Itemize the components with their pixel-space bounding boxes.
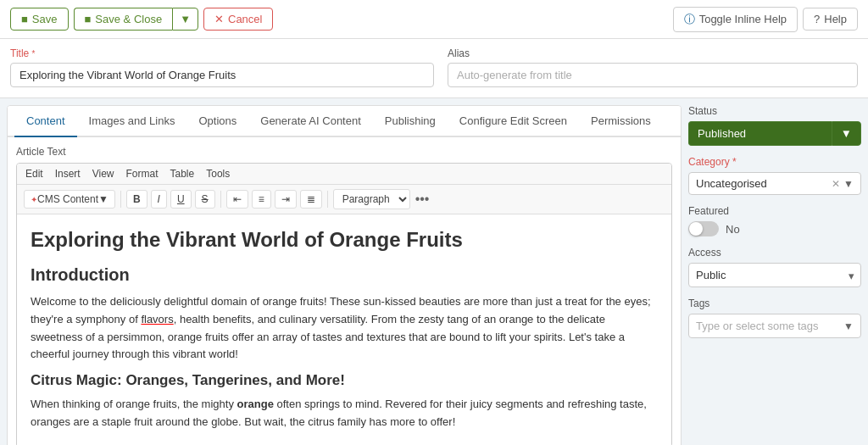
main-layout: Content Images and Links Options Generat…	[0, 98, 868, 445]
tab-ai-content[interactable]: Generate AI Content	[248, 106, 373, 137]
status-dropdown-button[interactable]: ▼	[832, 121, 861, 146]
status-value: Published	[688, 121, 832, 146]
top-toolbar: ■ Save ■ Save & Close ▼ ✕ Cancel ⓘ Toggl…	[0, 0, 868, 39]
status-row: Published ▼	[688, 121, 861, 146]
tab-options[interactable]: Options	[186, 106, 248, 137]
menu-insert[interactable]: Insert	[55, 168, 81, 180]
help-label: Help	[824, 13, 847, 25]
featured-section: Featured No	[688, 205, 861, 236]
featured-toggle-row: No	[688, 221, 861, 236]
align-justify-button[interactable]: ≣	[300, 190, 322, 209]
title-area: Title * Alias	[0, 39, 868, 98]
cms-content-button[interactable]: ✦ CMS Content ▼	[24, 190, 115, 209]
tab-configure-edit[interactable]: Configure Edit Screen	[448, 106, 579, 137]
article-main-heading: Exploring the Vibrant World of Orange Fr…	[31, 228, 658, 252]
category-label: Category *	[688, 156, 861, 168]
paragraph-select[interactable]: Paragraph Heading 1 Heading 2	[333, 189, 410, 209]
status-label: Status	[688, 105, 861, 117]
save-label: Save	[32, 13, 58, 25]
toggle-knob	[689, 222, 703, 236]
right-sidebar: Status Published ▼ Category * Uncategori…	[682, 98, 868, 445]
title-group: Title *	[10, 47, 434, 87]
save-close-group: ■ Save & Close ▼	[74, 8, 199, 31]
strikethrough-button[interactable]: S	[195, 190, 215, 209]
save-close-button[interactable]: ■ Save & Close	[74, 8, 173, 31]
bold-button[interactable]: B	[126, 190, 147, 209]
category-section: Category * Uncategorised ✕ ▼	[688, 156, 861, 195]
underline-button[interactable]: U	[170, 190, 192, 209]
toolbar-left: ■ Save ■ Save & Close ▼ ✕ Cancel	[10, 8, 273, 31]
align-center-button[interactable]: ≡	[252, 190, 271, 209]
editor-toolbar: ✦ CMS Content ▼ B I U S ⇤ ≡ ⇥ ≣	[17, 185, 671, 214]
toggle-help-button[interactable]: ⓘ Toggle Inline Help	[673, 7, 798, 32]
italic-button[interactable]: I	[151, 190, 167, 209]
save-button[interactable]: ■ Save	[10, 8, 69, 31]
align-right-button[interactable]: ⇥	[275, 190, 297, 209]
alias-label: Alias	[448, 47, 858, 59]
category-clear-icon[interactable]: ✕	[832, 178, 840, 190]
access-select-wrapper: Public Registered Special	[688, 263, 861, 287]
alias-input[interactable]	[448, 63, 858, 87]
title-required-star: *	[32, 49, 36, 58]
title-input[interactable]	[10, 63, 434, 87]
tabs-bar: Content Images and Links Options Generat…	[8, 106, 681, 137]
title-row: Title * Alias	[10, 47, 858, 87]
menu-tools[interactable]: Tools	[206, 168, 230, 180]
help-button[interactable]: ? Help	[803, 8, 858, 31]
title-label: Title *	[10, 47, 434, 59]
editor-section-label: Article Text	[16, 146, 672, 158]
tab-content[interactable]: Content	[14, 106, 77, 137]
cms-star-icon: ✦	[31, 195, 37, 204]
save-disk-icon: ■	[21, 13, 28, 25]
align-left-button[interactable]: ⇤	[226, 190, 248, 209]
question-circle-icon: ⓘ	[684, 12, 695, 27]
tags-input[interactable]: Type or select some tags ▼	[688, 314, 861, 338]
article-subheading-1: Introduction	[31, 265, 658, 285]
help-question-icon: ?	[814, 13, 820, 25]
tags-label: Tags	[688, 298, 861, 309]
save-close-disk-icon: ■	[85, 13, 92, 25]
featured-label: Featured	[688, 205, 861, 217]
save-close-dropdown-button[interactable]: ▼	[172, 8, 198, 31]
menu-format[interactable]: Format	[126, 168, 159, 180]
more-button[interactable]: •••	[415, 192, 430, 207]
toolbar-sep-1	[120, 191, 121, 208]
article-paragraph-1: Welcome to the deliciously delightful do…	[31, 293, 658, 364]
tab-images-links[interactable]: Images and Links	[77, 106, 187, 137]
featured-toggle[interactable]	[688, 221, 719, 236]
toggle-help-label: Toggle Inline Help	[699, 13, 787, 25]
status-section: Status Published ▼	[688, 105, 861, 146]
access-section: Access Public Registered Special	[688, 247, 861, 287]
tags-chevron-icon: ▼	[843, 320, 854, 332]
category-select[interactable]: Uncategorised ✕ ▼	[688, 172, 861, 195]
toolbar-sep-3	[327, 191, 328, 208]
menu-table[interactable]: Table	[170, 168, 195, 180]
cms-chevron-icon: ▼	[98, 193, 108, 205]
category-value: Uncategorised	[696, 177, 832, 190]
category-chevron-icon: ▼	[843, 178, 854, 190]
editor-wrapper: Edit Insert View Format Table Tools ✦ CM…	[16, 163, 672, 445]
editor-menubar: Edit Insert View Format Table Tools	[17, 164, 671, 185]
access-select[interactable]: Public Registered Special	[688, 263, 861, 287]
cancel-button[interactable]: ✕ Cancel	[203, 8, 273, 31]
cancel-x-icon: ✕	[214, 13, 224, 25]
category-required-star: *	[732, 156, 737, 168]
article-paragraph-2: When thinking of orange fruits, the migh…	[31, 396, 658, 431]
featured-toggle-label: No	[726, 223, 740, 236]
toolbar-sep-2	[220, 191, 221, 208]
editor-container: Article Text Edit Insert View Format Tab…	[8, 137, 681, 445]
orange-bold: orange	[237, 398, 274, 410]
save-close-label: Save & Close	[95, 13, 162, 25]
tab-permissions[interactable]: Permissions	[579, 106, 663, 137]
menu-view[interactable]: View	[92, 168, 114, 180]
toolbar-right: ⓘ Toggle Inline Help ? Help	[673, 7, 858, 32]
chevron-down-icon: ▼	[180, 13, 191, 25]
tags-section: Tags Type or select some tags ▼	[688, 298, 861, 338]
flavors-text: flavors	[141, 313, 173, 325]
cms-content-label: CMS Content	[37, 193, 98, 205]
editor-content[interactable]: Exploring the Vibrant World of Orange Fr…	[17, 214, 671, 445]
tab-publishing[interactable]: Publishing	[373, 106, 448, 137]
menu-edit[interactable]: Edit	[25, 168, 43, 180]
access-label: Access	[688, 247, 861, 259]
cancel-label: Cancel	[228, 13, 262, 25]
